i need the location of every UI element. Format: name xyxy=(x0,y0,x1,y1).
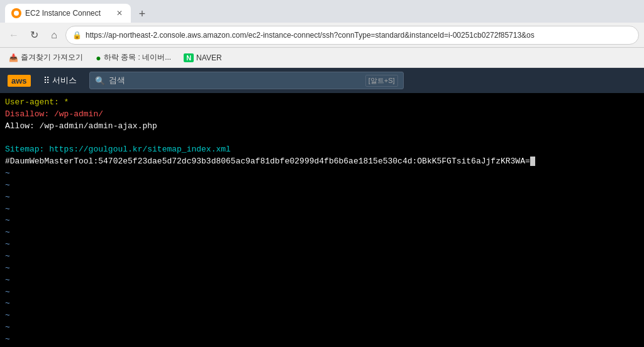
new-tab-button[interactable]: + xyxy=(133,5,151,23)
bookmark-naver-label: NAVER xyxy=(196,53,221,62)
browser-tab[interactable]: EC2 Instance Connect ✕ xyxy=(5,4,131,23)
address-bar[interactable]: 🔒 https://ap-northeast-2.console.aws.ama… xyxy=(65,26,639,45)
home-button[interactable]: ⌂ xyxy=(45,26,63,44)
bookmark-import-icon: 📥 xyxy=(9,53,18,62)
aws-services-label: 서비스 xyxy=(52,75,77,86)
tab-title: EC2 Instance Connect xyxy=(25,9,111,18)
bookmark-naver[interactable]: N NAVER xyxy=(180,52,225,63)
aws-search-placeholder: 검색 xyxy=(109,75,362,86)
address-bar-area: ← ↻ ⌂ 🔒 https://ap-northeast-2.console.a… xyxy=(0,23,644,48)
terminal-line: ~ xyxy=(5,310,639,322)
aws-logo[interactable]: aws xyxy=(8,75,31,87)
terminal-line: Allow: /wp-admin/admin-ajax.php xyxy=(5,121,639,133)
bookmark-naver-stocks[interactable]: ● 하락 종목 : 네이버... xyxy=(92,51,175,64)
terminal-line: ~ xyxy=(5,227,639,239)
tab-bar: EC2 Instance Connect ✕ + xyxy=(0,0,644,23)
back-button[interactable]: ← xyxy=(5,26,23,44)
terminal-line xyxy=(5,133,639,145)
terminal-line: ~ xyxy=(5,251,639,263)
terminal-line: ~ xyxy=(5,334,639,346)
terminal-line: Sitemap: https://goulgoul.kr/sitemap_ind… xyxy=(5,144,639,156)
bookmark-naver-stocks-icon: ● xyxy=(96,53,101,63)
tab-favicon xyxy=(11,8,21,18)
terminal-line: ~ xyxy=(5,263,639,275)
terminal-line: Disallow: /wp-admin/ xyxy=(5,109,639,121)
terminal-line: ~ xyxy=(5,180,639,192)
terminal-line: ~ xyxy=(5,239,639,251)
terminal-line: ~ xyxy=(5,215,639,227)
terminal-line: ~ xyxy=(5,168,639,180)
terminal-line: ~ xyxy=(5,192,639,204)
tab-close-button[interactable]: ✕ xyxy=(114,8,125,18)
bookmarks-bar: 📥 즐겨찾기 가져오기 ● 하락 종목 : 네이버... N NAVER xyxy=(0,48,644,68)
browser-frame: EC2 Instance Connect ✕ + ← ↻ ⌂ 🔒 https:/… xyxy=(0,0,644,347)
aws-search-bar[interactable]: 🔍 검색 [알트+S] xyxy=(89,72,404,89)
terminal-line: ~ xyxy=(5,298,639,310)
terminal-line: ~ xyxy=(5,287,639,299)
terminal: User-agent: *Disallow: /wp-admin/Allow: … xyxy=(0,93,644,347)
bookmark-import-label: 즐겨찾기 가져오기 xyxy=(21,52,83,63)
url-text: https://ap-northeast-2.console.aws.amazo… xyxy=(86,31,632,40)
aws-search-shortcut: [알트+S] xyxy=(365,75,398,87)
terminal-line: User-agent: * xyxy=(5,97,639,109)
aws-logo-text: aws xyxy=(8,75,31,87)
bookmark-naver-icon: N xyxy=(184,53,194,62)
lock-icon: 🔒 xyxy=(72,31,82,40)
terminal-line: #DaumWebMasterTool:54702e5f23dae5d72dc93… xyxy=(5,156,639,168)
terminal-line: ~ xyxy=(5,322,639,334)
terminal-cursor xyxy=(530,157,535,166)
aws-grid-icon: ⠿ xyxy=(43,75,50,85)
bookmark-naver-stocks-label: 하락 종목 : 네이버... xyxy=(104,52,171,63)
refresh-button[interactable]: ↻ xyxy=(25,26,43,44)
bookmark-import[interactable]: 📥 즐겨찾기 가져오기 xyxy=(5,51,87,64)
terminal-line: ~ xyxy=(5,204,639,216)
aws-search-icon: 🔍 xyxy=(95,76,105,85)
terminal-line: ~ xyxy=(5,275,639,287)
aws-nav: aws ⠿ 서비스 🔍 검색 [알트+S] xyxy=(0,68,644,93)
aws-services-button[interactable]: ⠿ 서비스 xyxy=(38,72,82,89)
